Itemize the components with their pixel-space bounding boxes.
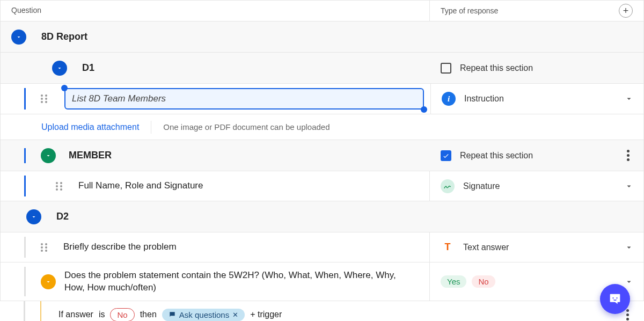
chat-fab[interactable] [600, 284, 630, 314]
upload-media-link[interactable]: Upload media attachment [41, 122, 139, 132]
response-type-label: Instruction [464, 94, 625, 104]
option-no[interactable]: No [472, 275, 495, 288]
question-text: Briefly describe the problem [63, 241, 177, 253]
response-type-dropdown[interactable] [625, 244, 633, 251]
response-type-dropdown[interactable] [625, 95, 633, 103]
section-8d-report[interactable]: 8D Report [0, 21, 644, 53]
add-button[interactable]: + [619, 4, 633, 18]
collapse-toggle[interactable] [52, 61, 67, 76]
option-yes[interactable]: Yes [441, 275, 466, 288]
logic-action-ask[interactable]: Ask questions ✕ [162, 309, 245, 321]
question-row-5w2h[interactable]: Does the problem statement contain the 5… [0, 262, 644, 301]
response-type-label: Text answer [463, 243, 625, 252]
drag-handle-icon[interactable] [41, 94, 48, 103]
question-input[interactable]: List 8D Team Members [64, 88, 424, 110]
logic-rule: If answer is No then Ask questions ✕ + t… [58, 308, 623, 322]
logic-is: is [99, 310, 105, 319]
repeat-section-label: Repeat this section [460, 151, 533, 160]
logic-then: then [140, 310, 157, 319]
response-type-dropdown[interactable] [625, 278, 633, 286]
section-d2[interactable]: D2 [0, 201, 644, 232]
section-title: D2 [56, 211, 69, 222]
remove-action-icon[interactable]: ✕ [232, 311, 238, 319]
collapse-toggle[interactable] [26, 209, 41, 224]
response-type-dropdown[interactable] [625, 183, 633, 190]
add-trigger-link[interactable]: + trigger [250, 310, 282, 319]
question-row-fullname[interactable]: Full Name, Role and Signature Signature [0, 171, 644, 201]
upload-media-row: Upload media attachment One image or PDF… [0, 114, 644, 140]
collapse-toggle[interactable] [11, 30, 26, 45]
section-member[interactable]: MEMBER Repeat this section [0, 140, 644, 171]
selection-handle[interactable] [421, 106, 427, 113]
question-row-describe-problem[interactable]: Briefly describe the problem T Text answ… [0, 232, 644, 262]
collapse-toggle[interactable] [41, 274, 56, 289]
question-text: Full Name, Role and Signature [78, 180, 203, 192]
question-text[interactable]: List 8D Team Members [64, 88, 424, 110]
text-icon: T [441, 240, 455, 254]
logic-if: If answer [58, 310, 93, 319]
repeat-section-checkbox[interactable] [441, 63, 451, 74]
collapse-toggle[interactable] [41, 148, 56, 163]
selection-handle[interactable] [61, 85, 68, 91]
repeat-section-checkbox[interactable] [441, 150, 451, 161]
more-options-icon[interactable] [624, 147, 633, 164]
header-type-col: Type of response + [430, 1, 643, 21]
divider [151, 121, 151, 134]
question-text: Does the problem statement contain the 5… [64, 269, 408, 294]
section-title: 8D Report [41, 31, 87, 42]
upload-hint: One image or PDF document can be uploade… [163, 122, 330, 132]
section-title: D1 [82, 62, 94, 74]
repeat-section-label: Repeat this section [460, 63, 533, 73]
logic-condition-no[interactable]: No [110, 308, 134, 322]
section-title: MEMBER [69, 150, 112, 161]
section-d1[interactable]: D1 Repeat this section [0, 53, 644, 84]
instruction-icon: i [442, 92, 456, 106]
drag-handle-icon[interactable] [56, 182, 63, 191]
signature-icon [441, 179, 455, 193]
header-question-col: Question [1, 1, 430, 21]
question-row-team-members[interactable]: List 8D Team Members i Instruction [0, 84, 644, 114]
response-type-label: Signature [463, 181, 625, 191]
drag-handle-icon[interactable] [41, 243, 48, 252]
header-type-label: Type of response [441, 6, 498, 15]
